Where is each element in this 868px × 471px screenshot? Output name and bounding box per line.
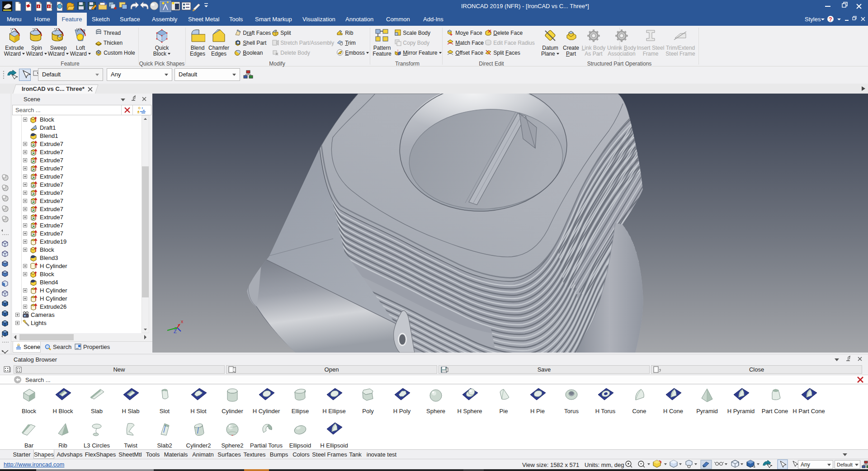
svg-text:Z: Z: [174, 329, 177, 334]
svg-text:x: x: [181, 319, 184, 324]
svg-text:?: ?: [829, 16, 832, 23]
svg-text:I: I: [48, 5, 49, 9]
svg-text:I: I: [38, 5, 39, 9]
